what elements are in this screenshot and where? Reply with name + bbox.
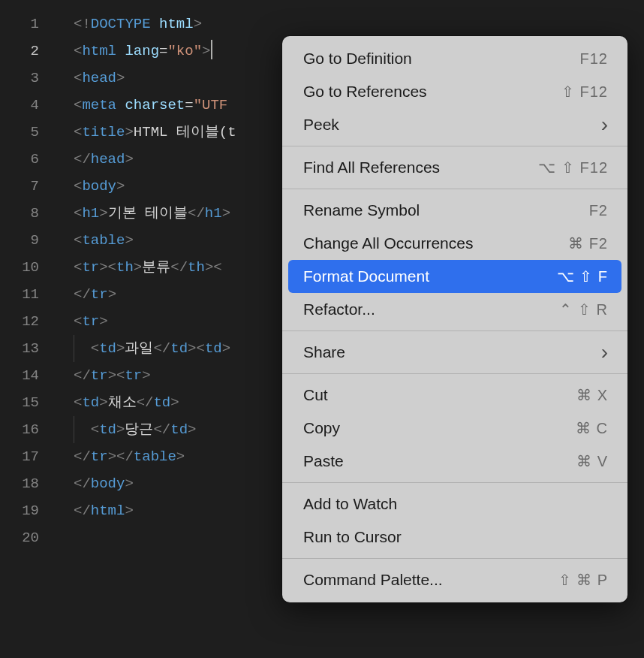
menu-item-shortcut: F2 (589, 202, 608, 219)
menu-item-shortcut: F12 (580, 50, 608, 68)
token: <! (74, 16, 91, 32)
token: head (82, 70, 116, 86)
token: > (125, 232, 133, 249)
menu-item-add-to-watch[interactable]: Add to Watch (288, 487, 621, 521)
menu-item-label: Add to Watch (303, 495, 397, 513)
menu-item-paste[interactable]: Paste⌘ V (288, 445, 621, 478)
token: < (74, 313, 82, 330)
menu-item-rename-symbol[interactable]: Rename SymbolF2 (288, 194, 621, 227)
line-number: 16 (0, 416, 53, 443)
token: > (125, 503, 133, 519)
token: > (176, 448, 185, 465)
line-number: 10 (0, 254, 53, 281)
menu-item-run-to-cursor[interactable]: Run to Cursor (288, 521, 621, 554)
menu-item-shortcut: ⌘ F2 (568, 234, 608, 252)
line-number: 12 (0, 308, 53, 335)
token: > (170, 394, 179, 411)
line-number: 3 (0, 65, 53, 92)
menu-item-label: Rename Symbol (303, 201, 420, 219)
token: >< (99, 259, 116, 276)
token: >< (188, 340, 205, 357)
text-cursor (211, 40, 212, 59)
menu-item-go-to-definition[interactable]: Go to DefinitionF12 (288, 42, 621, 75)
token: > (202, 43, 210, 59)
chevron-right-icon: › (601, 340, 608, 364)
token: < (74, 124, 82, 140)
token: </ (74, 367, 91, 384)
token: </ (74, 151, 91, 168)
line-number: 8 (0, 200, 53, 227)
token: </ (170, 259, 188, 276)
menu-item-shortcut: ⌘ X (576, 386, 608, 404)
menu-item-cut[interactable]: Cut⌘ X (288, 379, 621, 412)
token: td (205, 340, 222, 357)
token: tr (91, 367, 108, 384)
line-number: 6 (0, 146, 53, 173)
token: </ (153, 340, 170, 357)
token: < (74, 259, 82, 276)
token: = (159, 43, 167, 59)
token: td (170, 340, 188, 357)
menu-item-go-to-references[interactable]: Go to References⇧ F12 (288, 75, 621, 108)
menu-item-label: Go to References (303, 83, 427, 101)
token: body (91, 475, 125, 492)
token: > (108, 286, 116, 303)
token: > (116, 340, 125, 357)
menu-item-shortcut: ⌘ V (576, 452, 608, 470)
token: 과일 (125, 340, 153, 357)
token: < (74, 205, 82, 222)
menu-item-change-all-occurrences[interactable]: Change All Occurrences⌘ F2 (288, 227, 621, 260)
menu-item-find-all-references[interactable]: Find All References⌥ ⇧ F12 (288, 151, 621, 184)
token: HTML 테이블(t (134, 124, 236, 140)
token: < (74, 394, 82, 411)
token: 기본 테이블 (108, 205, 188, 222)
menu-item-shortcut: ⌥ ⇧ F (557, 267, 608, 285)
menu-item-shortcut: ⌘ C (576, 419, 608, 437)
token: 채소 (108, 394, 137, 411)
token: </ (188, 205, 205, 222)
token: table (82, 232, 125, 249)
menu-item-label: Refactor... (303, 300, 375, 318)
line-number: 7 (0, 173, 53, 200)
menu-item-label: Command Palette... (303, 571, 443, 589)
menu-item-label: Change All Occurrences (303, 234, 473, 252)
line-number: 14 (0, 362, 53, 389)
menu-item-command-palette[interactable]: Command Palette...⇧ ⌘ P (288, 563, 621, 596)
token: 당근 (125, 421, 153, 438)
menu-item-shortcut: ⇧ F12 (561, 83, 608, 101)
token: body (82, 178, 116, 195)
token: th (188, 259, 205, 276)
token: </ (74, 475, 91, 492)
token: tr (82, 313, 99, 330)
token: html (159, 16, 194, 32)
token: charset (125, 97, 185, 113)
token: > (188, 421, 196, 438)
token: >< (108, 367, 125, 384)
menu-separator (282, 146, 627, 146)
token: < (91, 340, 99, 357)
token: tr (91, 448, 108, 465)
menu-item-peek[interactable]: Peek› (288, 108, 621, 141)
menu-item-refactor[interactable]: Refactor...⌃ ⇧ R (288, 293, 621, 326)
chevron-right-icon: › (601, 113, 608, 137)
menu-item-label: Peek (303, 116, 339, 134)
token: td (170, 421, 188, 438)
token: < (74, 70, 82, 86)
menu-item-share[interactable]: Share› (288, 336, 621, 369)
menu-item-label: Copy (303, 419, 340, 437)
line-number: 11 (0, 281, 53, 308)
menu-separator (282, 331, 627, 331)
token (116, 97, 125, 113)
menu-item-format-document[interactable]: Format Document⌥ ⇧ F (288, 260, 621, 293)
token (151, 16, 159, 32)
token: h1 (205, 205, 222, 222)
menu-item-copy[interactable]: Copy⌘ C (288, 412, 621, 445)
token: </ (74, 503, 91, 519)
menu-item-label: Format Document (303, 267, 429, 285)
code-line[interactable]: <!DOCTYPE html> (74, 11, 644, 38)
token: > (125, 151, 133, 168)
menu-item-label: Share (303, 343, 345, 361)
line-number: 5 (0, 119, 53, 146)
line-number: 2 (0, 38, 53, 65)
token: > (134, 259, 142, 276)
